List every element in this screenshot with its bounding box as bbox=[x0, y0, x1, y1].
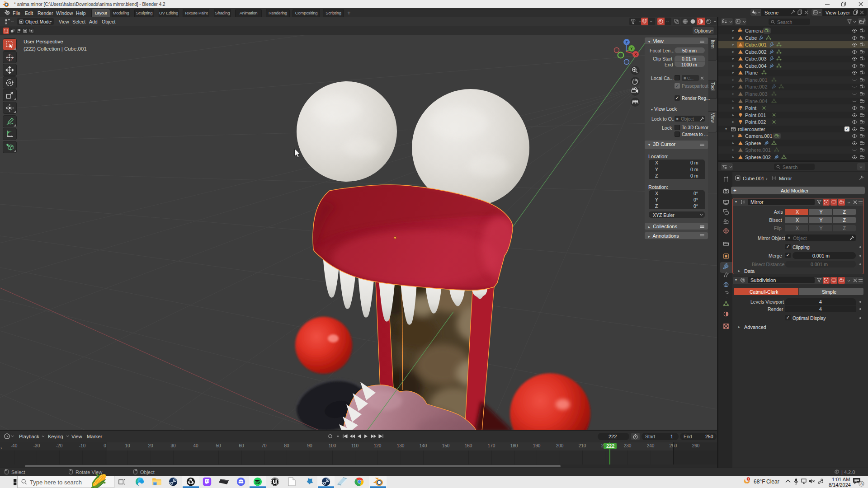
svg-text:3: 3 bbox=[860, 482, 863, 486]
svg-text:X: X bbox=[634, 52, 637, 56]
svg-text:Z: Z bbox=[626, 40, 628, 44]
svg-text:1: 1 bbox=[747, 478, 749, 481]
svg-text:Y: Y bbox=[630, 47, 633, 51]
